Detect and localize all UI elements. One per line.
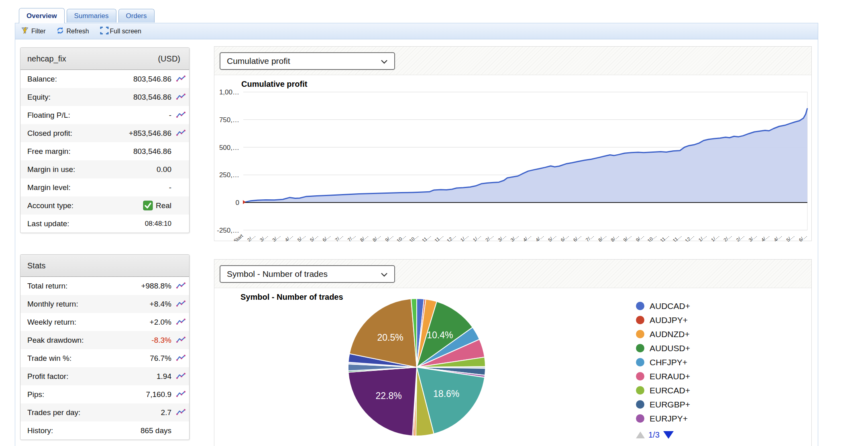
legend-item[interactable]: CHFJPY+ (636, 355, 690, 369)
svg-text:9/…: 9/… (384, 233, 395, 241)
legend-color-dot (636, 316, 644, 324)
account-panel: nehcap_fix (USD) Balance:803,546.86Equit… (20, 47, 189, 233)
stats-panel: Stats Total return:+988.8%Monthly return… (20, 254, 189, 440)
mini-chart-icon[interactable] (171, 355, 186, 362)
account-currency: (USD) (158, 54, 180, 63)
svg-text:9/…: 9/… (635, 233, 645, 241)
row-value: 0.00 (157, 165, 171, 174)
mini-chart-icon[interactable] (171, 319, 186, 325)
row-label: Margin level: (27, 183, 169, 192)
row-label: Free margin: (27, 147, 133, 156)
svg-text:5/…: 5/… (547, 233, 558, 241)
row-label: Profit factor: (27, 372, 157, 381)
row-value: 803,546.86 (133, 93, 171, 102)
fullscreen-label: Full screen (110, 28, 141, 35)
fullscreen-button[interactable]: Full screen (100, 26, 141, 37)
row-value: - (169, 183, 171, 192)
row-label: Peak drawdown: (27, 336, 151, 345)
legend-item[interactable]: AUDUSD+ (636, 341, 690, 355)
svg-text:6/…: 6/… (798, 233, 808, 241)
row-value: 1.94 (157, 372, 171, 381)
legend-item[interactable]: EURAUD+ (636, 369, 690, 383)
mini-chart-icon[interactable] (171, 337, 186, 344)
pie-legend: AUDCAD+AUDJPY+AUDNZD+AUDUSD+CHFJPY+EURAU… (636, 299, 690, 440)
mini-chart-icon[interactable] (171, 130, 186, 137)
svg-text:4/…: 4/… (284, 233, 294, 241)
legend-label: EURCAD+ (650, 386, 690, 395)
row-label: Account type: (27, 201, 143, 210)
filter-button[interactable]: Filter (21, 27, 46, 36)
svg-text:11…: 11… (434, 233, 445, 241)
legend-item[interactable]: EURGBP+ (636, 397, 690, 411)
row-label: Balance: (27, 75, 133, 84)
refresh-label: Refresh (67, 28, 89, 35)
legend-item[interactable]: AUDCAD+ (636, 299, 690, 313)
mini-chart-icon[interactable] (171, 391, 186, 398)
legend-label: EURGBP+ (650, 400, 690, 409)
svg-text:8/…: 8/… (597, 233, 608, 241)
stats-row: Pips:7,160.9 (20, 385, 189, 403)
legend-label: AUDNZD+ (650, 329, 690, 339)
cumulative-profit-chart: 1,00…750,…500,…250,…0-250,…Start2/…3/…3/… (214, 76, 812, 241)
tab-summaries[interactable]: Summaries (67, 9, 116, 23)
svg-text:750,…: 750,… (219, 116, 239, 124)
row-value: Real (143, 200, 171, 211)
svg-text:7/…: 7/… (334, 233, 344, 241)
svg-text:10…: 10… (646, 233, 658, 241)
svg-text:1/…: 1/… (710, 233, 721, 241)
tab-overview[interactable]: Overview (19, 8, 65, 23)
mini-chart-icon[interactable] (171, 373, 186, 380)
svg-text:8/…: 8/… (359, 233, 369, 241)
pie-type-select[interactable]: Symbol - Number of trades (220, 265, 395, 283)
legend-page-down-icon[interactable] (663, 431, 674, 439)
legend-item[interactable]: AUDNZD+ (636, 327, 690, 341)
svg-text:10…: 10… (408, 233, 420, 241)
pie-slice-label: 22.8% (376, 391, 402, 401)
account-panel-header: nehcap_fix (USD) (20, 48, 189, 70)
mini-chart-icon[interactable] (171, 112, 186, 119)
chart-type-select[interactable]: Cumulative profit (220, 52, 395, 70)
filter-icon (21, 27, 29, 36)
mini-chart-icon[interactable] (171, 409, 186, 416)
row-label: Pips: (27, 390, 146, 399)
mini-chart-icon[interactable] (171, 94, 186, 100)
svg-text:8/…: 8/… (372, 233, 382, 241)
refresh-button[interactable]: Refresh (56, 27, 89, 36)
account-row: Margin level:- (20, 178, 189, 196)
account-row: Balance:803,546.86 (20, 70, 189, 88)
svg-text:2/…: 2/… (485, 233, 495, 241)
svg-text:9/…: 9/… (622, 233, 633, 241)
stats-row: Profit factor:1.94 (20, 367, 189, 385)
row-label: Monthly return: (27, 300, 150, 309)
chevron-down-icon (381, 269, 388, 279)
account-row: Last update:08:48:10 (20, 215, 189, 233)
account-row: Free margin:803,546.86 (20, 142, 189, 160)
row-value: 803,546.86 (133, 75, 171, 84)
svg-text:1,00…: 1,00… (219, 88, 239, 96)
legend-label: AUDCAD+ (650, 301, 690, 311)
legend-item[interactable]: EURCAD+ (636, 383, 690, 397)
legend-item[interactable]: AUDJPY+ (636, 313, 690, 327)
legend-label: EURAUD+ (650, 372, 690, 381)
account-row: Floating P/L:- (20, 106, 189, 124)
svg-text:4/…: 4/… (534, 233, 545, 241)
legend-page-up-icon[interactable] (636, 432, 645, 438)
legend-label: CHFJPY+ (650, 358, 687, 367)
account-row: Margin in use:0.00 (20, 160, 189, 178)
toolbar: Filter Refresh Full screen (15, 23, 818, 39)
legend-item[interactable]: EURJPY+ (636, 411, 690, 426)
tab-orders[interactable]: Orders (118, 9, 155, 23)
row-label: History: (27, 426, 141, 435)
pie-slice-label: 10.4% (427, 330, 453, 340)
tab-bar: Overview Summaries Orders (19, 9, 155, 23)
row-label: Trade win %: (27, 354, 150, 363)
mini-chart-icon[interactable] (171, 76, 186, 82)
mini-chart-icon[interactable] (171, 282, 186, 289)
legend-color-dot (636, 372, 644, 381)
svg-text:11…: 11… (421, 233, 432, 241)
row-label: Floating P/L: (27, 111, 169, 120)
mini-chart-icon[interactable] (171, 301, 186, 307)
svg-text:-250,…: -250,… (217, 227, 239, 234)
svg-text:4/…: 4/… (760, 233, 770, 241)
svg-text:3/…: 3/… (271, 233, 282, 241)
